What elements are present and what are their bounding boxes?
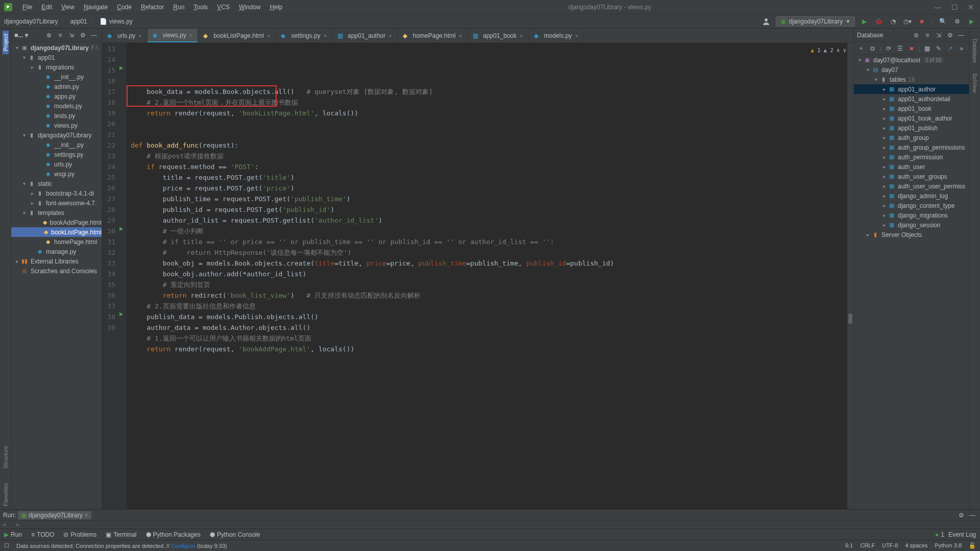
tab-homepage-html[interactable]: ◆homePage.html× [398,29,468,42]
tree-item-models-py[interactable]: ◆models.py [11,101,102,111]
project-tool-button[interactable]: Project [3,31,9,54]
run-config-selector[interactable]: ▣ djangoday07Library ▼ [776,16,855,27]
run-anything-button[interactable]: ▶ [967,17,976,26]
gear-icon[interactable]: ⚙ [957,511,966,520]
next-highlight-icon[interactable]: ∨ [843,45,846,56]
db-item-django-content-type[interactable]: ▸▦django_content_type [854,201,969,210]
search-everywhere-button[interactable]: 🔍 [938,17,947,26]
gear-icon[interactable]: ⚙ [78,31,87,40]
duplicate-icon[interactable]: ⧉ [868,44,876,53]
tree-item-static[interactable]: ▾▮static [11,179,102,188]
db-item-day07[interactable]: ▾▤day07 [854,65,969,75]
more-icon[interactable]: » [958,44,966,53]
add-datasource-icon[interactable]: ＋ [857,44,865,53]
db-item-day07-localhost[interactable]: ▾▣day07@localhost1 of 10 [854,55,969,65]
tree-item---init---py[interactable]: ◆__init__.py [11,140,102,150]
db-item-app01-authordetail[interactable]: ▸▦app01_authordetail [854,94,969,104]
table-icon[interactable]: ▦ [923,44,932,53]
lock-icon[interactable]: 🔓 [969,542,976,549]
expand-all-icon[interactable]: ≡ [56,31,65,40]
run-tool-button[interactable]: ▶Run [4,531,22,538]
debug-button[interactable]: 🐞 [874,17,884,26]
jump-icon[interactable]: ↗ [946,44,954,53]
settings-button[interactable]: ⚙ [952,17,962,26]
db-item-app01-book[interactable]: ▸▦app01_book [854,104,969,113]
avatar-icon[interactable] [762,17,771,26]
filter-icon[interactable]: ☰ [896,44,904,53]
select-opened-file-icon[interactable]: ⊕ [44,31,54,40]
tree-item---init---py[interactable]: ◆__init__.py [11,72,102,82]
caret-position[interactable]: 6:1 [845,542,853,549]
terminal-tool-button[interactable]: ▣Terminal [106,531,136,538]
run-gutter-icon[interactable]: ▶ [119,311,124,317]
tree-item-booklistpage-html[interactable]: ◆bookListPage.html [11,227,102,237]
tree-item-homepage-html[interactable]: ◆homePage.html [11,237,102,247]
run-button[interactable]: ▶ [860,17,869,26]
db-item-auth-permission[interactable]: ▸▦auth_permission [854,152,969,162]
structure-tool-button[interactable]: Structure [3,443,9,472]
close-icon[interactable]: × [267,33,270,39]
hide-panel-icon[interactable]: — [957,31,966,40]
db-item-app01-book-author[interactable]: ▸▦app01_book_author [854,113,969,123]
interpreter[interactable]: Python 3.8 [935,542,962,549]
favorites-tool-button[interactable]: Favorites [3,480,9,509]
run-tab[interactable]: ▣ djangoday07Library × [18,511,91,519]
tab-models-py[interactable]: ◆models.py× [529,29,584,42]
tab-views-py[interactable]: ◆views.py× [148,29,198,42]
close-icon[interactable]: × [85,512,88,519]
project-root[interactable]: ▾▣djangoday07Library F:\ [11,43,102,53]
db-item-django-session[interactable]: ▸▦django_session [854,220,969,230]
tab-app01-author[interactable]: ▦app01_author× [332,29,398,42]
tree-item-apps-py[interactable]: ◆apps.py [11,91,102,101]
python-packages-tool-button[interactable]: ⬢Python Packages [146,531,201,538]
edit-icon[interactable]: ✎ [935,44,943,53]
tree-item-manage-py[interactable]: ◆manage.py [11,247,102,256]
close-icon[interactable]: × [189,32,192,38]
close-icon[interactable]: × [388,33,391,39]
hide-panel-icon[interactable]: — [968,511,977,520]
tree-item-bootstrap-3-4-1-di[interactable]: ▸▮bootstrap-3.4.1-di [11,188,102,198]
tree-item-urls-py[interactable]: ◆urls.py [11,159,102,169]
menu-navigate[interactable]: Navigate [80,2,112,13]
db-item-auth-group-permissions[interactable]: ▸▦auth_group_permissions [854,142,969,152]
file-encoding[interactable]: UTF-8 [882,542,898,549]
tree-item-djangoday07library[interactable]: ▾▮djangoday07Library [11,130,102,140]
db-item-auth-user-user-permiss[interactable]: ▸▦auth_user_user_permiss [854,181,969,191]
db-expand-icon[interactable]: ≡ [923,31,932,40]
menu-code[interactable]: Code [113,2,136,13]
scrollbar[interactable] [847,43,853,509]
expand-icon[interactable]: » [16,522,19,528]
close-icon[interactable]: × [324,33,327,39]
tab-app01-book[interactable]: ▦app01_book× [468,29,529,42]
tab-booklistpage-html[interactable]: ◆bookListPage.html× [198,29,276,42]
db-item-tables[interactable]: ▾▮tables15 [854,75,969,84]
indent-info[interactable]: 4 spaces [905,542,927,549]
tree-item-font-awesome-4-7-[interactable]: ▸▮font-awesome-4.7. [11,198,102,208]
event-log-tool-button[interactable]: ●1 Event Log [935,531,976,538]
tree-item-scratches-and-consoles[interactable]: ◎Scratches and Consoles [11,266,102,276]
db-sync-icon[interactable]: ⊚ [912,31,921,40]
menu-file[interactable]: File [18,2,36,13]
menu-help[interactable]: Help [266,2,287,13]
gear-icon[interactable]: ⚙ [945,31,954,40]
breadcrumb-item[interactable]: djangoday07Library [4,18,58,25]
db-item-django-admin-log[interactable]: ▸▦django_admin_log [854,191,969,201]
tree-item-admin-py[interactable]: ◆admin.py [11,82,102,91]
tree-item-tests-py[interactable]: ◆tests.py [11,111,102,121]
menu-edit[interactable]: Edit [37,2,56,13]
scrollbar-thumb[interactable] [848,314,852,324]
stop-icon[interactable]: ■ [907,44,915,53]
tree-item-external-libraries[interactable]: ▸▮▮External Libraries [11,256,102,266]
db-item-auth-user-groups[interactable]: ▸▦auth_user_groups [854,172,969,181]
sciview-tool-button[interactable]: SciView [972,73,978,93]
database-tree[interactable]: ▾▣day07@localhost1 of 10▾▤day07▾▮tables1… [854,55,969,509]
hide-panel-icon[interactable]: — [89,31,99,40]
close-icon[interactable]: × [575,33,578,39]
minimize-icon[interactable]: — [933,3,943,11]
expand-icon[interactable]: » [3,522,6,528]
menu-window[interactable]: Window [235,2,265,13]
menu-run[interactable]: Run [169,2,188,13]
prev-highlight-icon[interactable]: ∧ [837,45,840,56]
close-icon[interactable]: × [138,33,141,39]
breadcrumb-item[interactable]: app01 [70,18,87,25]
